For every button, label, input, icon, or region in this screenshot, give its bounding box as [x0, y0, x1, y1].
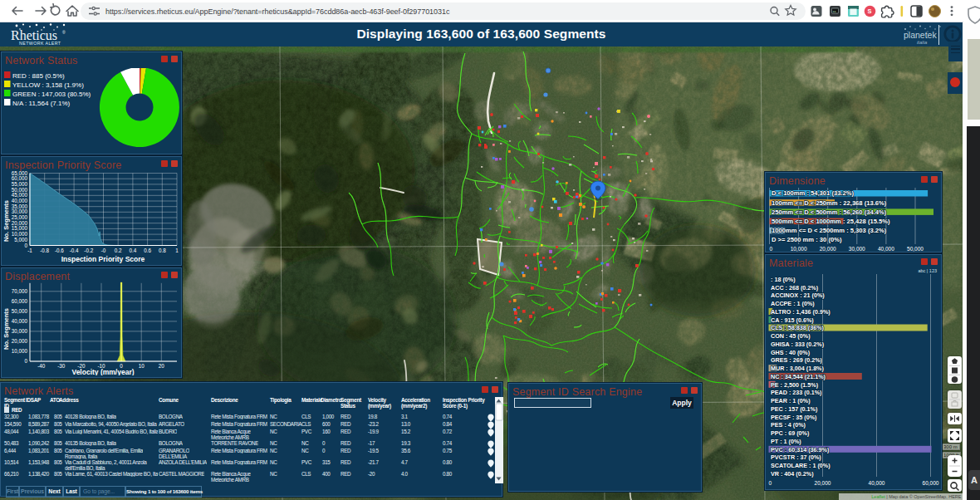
- svg-text:PVCSTR : 37 (0%): PVCSTR : 37 (0%): [771, 453, 821, 461]
- svg-text:20,000: 20,000: [12, 220, 28, 226]
- svg-text:0.6: 0.6: [144, 248, 151, 253]
- svg-text:40,000: 40,000: [878, 246, 894, 252]
- svg-text:GHISA : 333 (0.2%): GHISA : 333 (0.2%): [771, 341, 825, 348]
- svg-text:30,000: 30,000: [849, 246, 865, 252]
- svg-text:cc: cc: [833, 9, 836, 13]
- svg-text:50,000: 50,000: [12, 187, 28, 193]
- svg-text:PEAD : 233 (0.1%): PEAD : 233 (0.1%): [771, 389, 822, 396]
- svg-text:MUR : 3,004 (1.8%): MUR : 3,004 (1.8%): [771, 365, 825, 372]
- svg-text:PEAR : 1 (0%): PEAR : 1 (0%): [771, 397, 811, 404]
- svg-text:No. Segments: No. Segments: [2, 200, 10, 242]
- svg-text:0: 0: [769, 480, 772, 486]
- svg-text:15,000: 15,000: [12, 225, 28, 231]
- svg-text:20,000: 20,000: [815, 480, 831, 486]
- svg-text:https://services.rheticus.eu/A: https://services.rheticus.eu/AppEngine/?…: [105, 7, 450, 16]
- svg-text:VR : 404 (0.2%): VR : 404 (0.2%): [771, 470, 814, 478]
- svg-text:Inspection Priority Score: Inspection Priority Score: [61, 255, 145, 263]
- svg-text:-0.4: -0.4: [70, 248, 79, 253]
- svg-text:30,000: 30,000: [12, 208, 28, 214]
- svg-text:10: 10: [139, 363, 145, 369]
- svg-text:35,000: 35,000: [12, 203, 28, 209]
- svg-text:45,000: 45,000: [12, 192, 28, 198]
- svg-text:5,000: 5,000: [14, 237, 27, 243]
- svg-text:10,000: 10,000: [12, 348, 28, 354]
- svg-text:50,000: 50,000: [12, 308, 28, 314]
- svg-text:ALTRO : 1,436 (0.9%): ALTRO : 1,436 (0.9%): [771, 308, 831, 316]
- svg-text:SCATOLARE : 1 (0%): SCATOLARE : 1 (0%): [771, 462, 831, 469]
- svg-text:-30: -30: [57, 363, 66, 369]
- svg-text:PT : 1 (0%): PT : 1 (0%): [771, 438, 801, 445]
- svg-text:italia: italia: [917, 40, 928, 45]
- svg-text:ACCINOX : 21 (0%): ACCINOX : 21 (0%): [771, 292, 825, 299]
- svg-text:1000mm <= D < 2500mm : 5,303 (: 1000mm <= D < 2500mm : 5,303 (3.2%): [772, 227, 887, 234]
- svg-text:70,000: 70,000: [12, 288, 28, 294]
- svg-text:PPC : 69 (0%): PPC : 69 (0%): [771, 429, 810, 437]
- svg-text:60,000: 60,000: [923, 480, 939, 486]
- svg-text:No. Segments: No. Segments: [2, 308, 10, 350]
- svg-text:20,000: 20,000: [820, 246, 836, 252]
- svg-text:YELLOW : 3,158 (1.9%): YELLOW : 3,158 (1.9%): [12, 81, 84, 89]
- svg-text:CLS : 58,838 (36%): CLS : 58,838 (36%): [771, 324, 825, 331]
- svg-text:-40: -40: [37, 363, 46, 369]
- svg-text:D < 100mm : 54,301 (33.2%): D < 100mm : 54,301 (33.2%): [772, 189, 854, 197]
- svg-text:0.4: 0.4: [130, 248, 137, 253]
- svg-text:ACC : 268 (0.2%): ACC : 268 (0.2%): [771, 284, 819, 292]
- svg-text:20,000: 20,000: [12, 338, 28, 344]
- svg-text:10,000: 10,000: [791, 246, 807, 252]
- svg-text:: 18 (0%): : 18 (0%): [771, 276, 796, 283]
- svg-text:S: S: [868, 7, 872, 15]
- svg-text:0: 0: [770, 246, 773, 252]
- svg-text:PEC : 157 (0.1%): PEC : 157 (0.1%): [771, 405, 818, 413]
- svg-text:0: 0: [24, 358, 27, 364]
- svg-text:planetek: planetek: [904, 30, 937, 40]
- svg-text:0.2: 0.2: [115, 248, 122, 253]
- svg-text:20: 20: [159, 363, 165, 369]
- svg-text:CA : 915 (0.6%): CA : 915 (0.6%): [771, 316, 814, 324]
- svg-text:RED : 885 (0.5%): RED : 885 (0.5%): [12, 72, 65, 80]
- svg-text:PECSF : 35 (0%): PECSF : 35 (0%): [771, 414, 817, 421]
- svg-text:GHS : 40 (0%): GHS : 40 (0%): [771, 349, 811, 356]
- svg-text:-0.8: -0.8: [40, 248, 49, 253]
- svg-text:100mm <= D < 250mm : 22,368 (1: 100mm <= D < 250mm : 22,368 (13.6%): [772, 199, 887, 207]
- svg-text:40,000: 40,000: [12, 318, 28, 324]
- svg-text:500mm <= D < 1000mm : 25,428 (: 500mm <= D < 1000mm : 25,428 (15.5%): [772, 218, 890, 225]
- svg-text:GRES : 269 (0.2%): GRES : 269 (0.2%): [771, 356, 823, 364]
- svg-text:55,000: 55,000: [12, 181, 28, 187]
- svg-text:CON : 45 (0%): CON : 45 (0%): [771, 332, 811, 340]
- svg-text:50,000: 50,000: [907, 246, 924, 252]
- svg-text:GREEN : 147,003 (80.5%): GREEN : 147,003 (80.5%): [12, 91, 91, 98]
- svg-text:40,000: 40,000: [869, 480, 885, 486]
- svg-text:250mm <= D < 500mm : 56,260 (3: 250mm <= D < 500mm : 56,260 (34.4%): [772, 208, 887, 216]
- svg-text:60,000: 60,000: [12, 298, 28, 304]
- svg-text:40,000: 40,000: [12, 198, 28, 203]
- svg-text:-0.6: -0.6: [55, 248, 64, 253]
- svg-text:-0.2: -0.2: [84, 248, 93, 253]
- svg-text:30,000: 30,000: [12, 328, 28, 334]
- svg-text:0.8: 0.8: [159, 248, 166, 253]
- svg-text:Velocity (mm/year): Velocity (mm/year): [71, 368, 134, 375]
- svg-text:PVC : 60,314 (36.9%): PVC : 60,314 (36.9%): [771, 446, 830, 453]
- svg-text:-0: -0: [101, 248, 106, 253]
- svg-text:25,000: 25,000: [12, 214, 28, 220]
- svg-text:65,000: 65,000: [12, 171, 28, 176]
- svg-text:NC : 34,544 (21.1%): NC : 34,544 (21.1%): [771, 373, 826, 380]
- svg-text:60,000: 60,000: [12, 175, 28, 181]
- svg-text:-1: -1: [27, 248, 32, 253]
- svg-text:PES : 4 (0%): PES : 4 (0%): [771, 421, 806, 429]
- svg-text:PE : 2,500 (1.5%): PE : 2,500 (1.5%): [771, 381, 819, 389]
- svg-text:D >= 2500 mm : 30 (0%): D >= 2500 mm : 30 (0%): [772, 236, 842, 243]
- svg-text:10,000: 10,000: [12, 231, 28, 237]
- svg-text:ACCPE : 1 (0%): ACCPE : 1 (0%): [771, 300, 815, 307]
- svg-text:N/A : 11,564 (7.1%): N/A : 11,564 (7.1%): [12, 100, 71, 107]
- svg-text:1: 1: [175, 248, 179, 253]
